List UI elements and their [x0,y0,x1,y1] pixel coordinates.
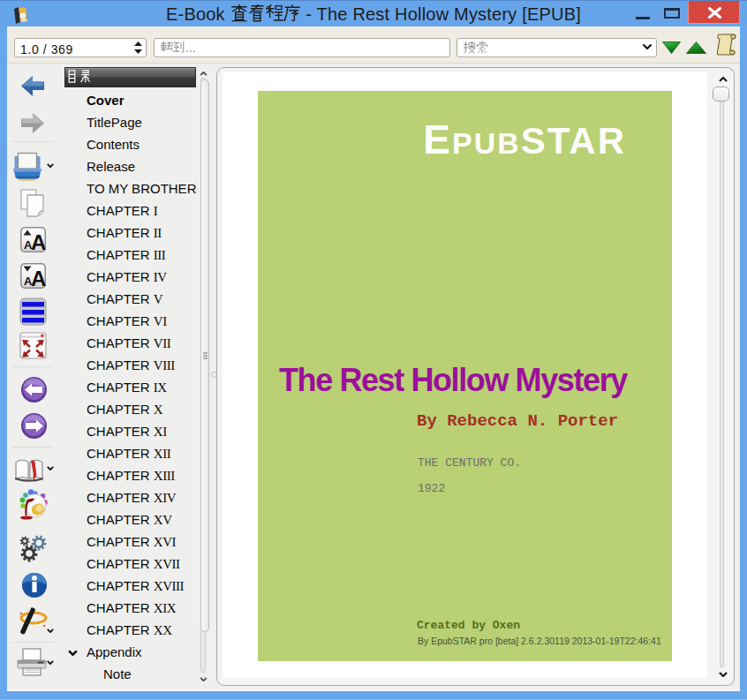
svg-text:A: A [31,230,46,253]
svg-text:A: A [31,267,46,290]
